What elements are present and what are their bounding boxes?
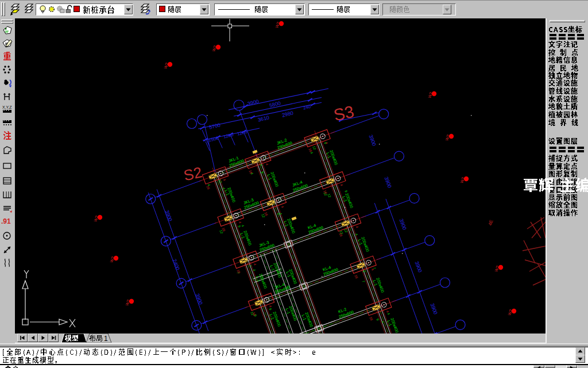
svg-text:X,Y,Z: X,Y,Z (2, 105, 12, 109)
